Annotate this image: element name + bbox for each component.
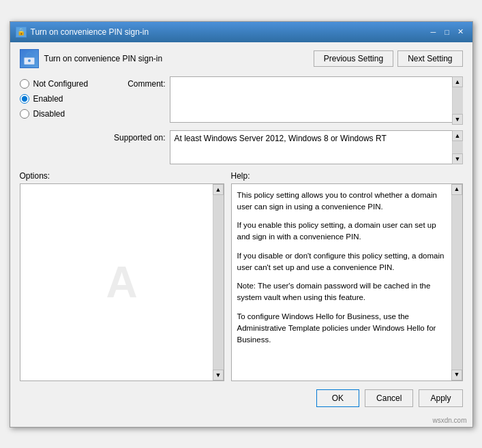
supported-scroll-up[interactable]: ▲ <box>452 130 463 141</box>
radio-enabled-input[interactable] <box>20 94 29 104</box>
supported-on-box: At least Windows Server 2012, Windows 8 … <box>170 130 463 164</box>
radio-disabled-input[interactable] <box>20 109 29 119</box>
next-setting-button[interactable]: Next Setting <box>397 50 462 67</box>
apply-button[interactable]: Apply <box>419 389 462 407</box>
radio-disabled[interactable]: Disabled <box>20 109 95 119</box>
right-fields: Comment: ▲ ▼ Supported on: At <box>104 76 463 164</box>
options-help-row: A ▲ ▼ This policy setting allows you to … <box>20 183 463 381</box>
help-para-5: To configure Windows Hello for Business,… <box>237 311 449 346</box>
title-bar-controls: ─ □ ✕ <box>427 26 467 38</box>
comment-textarea[interactable] <box>170 76 463 123</box>
dialog-window: 🔒 Turn on convenience PIN sign-in ─ □ ✕ … <box>10 21 473 428</box>
options-help-label-row: Options: Help: <box>20 171 463 181</box>
options-box: A ▲ ▼ <box>20 183 224 381</box>
options-scroll-up[interactable]: ▲ <box>213 184 224 195</box>
help-label: Help: <box>231 171 463 181</box>
ok-button[interactable]: OK <box>316 389 359 407</box>
previous-setting-button[interactable]: Previous Setting <box>314 50 393 67</box>
supported-scroll-track <box>453 141 463 153</box>
supported-scroll-down[interactable]: ▼ <box>452 153 463 164</box>
help-para-1: This policy setting allows you to contro… <box>237 190 449 213</box>
help-para-3: If you disable or don't configure this p… <box>237 250 449 274</box>
help-box: This policy setting allows you to contro… <box>231 183 463 381</box>
header-row: Turn on convenience PIN sign-in Previous… <box>20 49 463 68</box>
policy-title-icon: 🔒 <box>16 27 27 38</box>
radio-not-configured-input[interactable] <box>20 79 29 89</box>
comment-scroll-up[interactable]: ▲ <box>452 76 463 87</box>
radio-not-configured[interactable]: Not Configured <box>20 79 95 89</box>
dialog-body: Turn on convenience PIN sign-in Previous… <box>10 42 472 417</box>
wsxdn-watermark: wsxdn.com <box>10 417 472 427</box>
supported-on-box-wrapper: At least Windows Server 2012, Windows 8 … <box>170 130 463 164</box>
settings-section: Not Configured Enabled Disabled Comment: <box>20 76 463 164</box>
comment-scroll-track <box>453 87 463 114</box>
options-scrollbar: ▲ ▼ <box>213 184 224 380</box>
radio-group: Not Configured Enabled Disabled <box>20 76 95 164</box>
comment-textarea-wrapper: ▲ ▼ <box>170 76 463 125</box>
policy-header-title: Turn on convenience PIN sign-in <box>44 54 163 63</box>
cancel-button[interactable]: Cancel <box>365 389 413 407</box>
comment-scrollbar: ▲ ▼ <box>452 76 463 125</box>
help-scroll-track <box>452 195 462 370</box>
header-buttons: Previous Setting Next Setting <box>314 50 463 67</box>
supported-on-value: At least Windows Server 2012, Windows 8 … <box>175 134 387 143</box>
supported-on-scrollbar: ▲ ▼ <box>452 130 463 164</box>
help-para-2: If you enable this policy setting, a dom… <box>237 220 449 243</box>
radio-enabled[interactable]: Enabled <box>20 94 95 104</box>
policy-header-icon <box>20 49 39 68</box>
options-label: Options: <box>20 171 231 181</box>
radio-not-configured-label: Not Configured <box>33 79 89 89</box>
help-scrollbar: ▲ ▼ <box>451 184 462 380</box>
maximize-button[interactable]: □ <box>441 26 453 38</box>
comment-row: Comment: ▲ ▼ <box>104 76 463 125</box>
comment-label: Comment: <box>104 76 166 89</box>
supported-on-label: Supported on: <box>104 130 166 143</box>
options-scroll-down[interactable]: ▼ <box>213 370 224 380</box>
title-bar-title: Turn on convenience PIN sign-in <box>31 27 149 37</box>
options-watermark: A <box>106 257 137 308</box>
title-bar: 🔒 Turn on convenience PIN sign-in ─ □ ✕ <box>10 22 472 42</box>
comment-scroll-down[interactable]: ▼ <box>452 114 463 125</box>
close-button[interactable]: ✕ <box>455 26 467 38</box>
help-para-4: Note: The user's domain password will be… <box>237 280 449 304</box>
radio-enabled-label: Enabled <box>33 94 63 104</box>
supported-on-row: Supported on: At least Windows Server 20… <box>104 130 463 164</box>
radio-disabled-label: Disabled <box>33 109 65 119</box>
help-scroll-down[interactable]: ▼ <box>451 370 462 380</box>
title-bar-left: 🔒 Turn on convenience PIN sign-in <box>16 27 149 38</box>
bottom-buttons: OK Cancel Apply <box>20 389 463 407</box>
options-scroll-track <box>213 195 224 370</box>
minimize-button[interactable]: ─ <box>427 26 440 38</box>
header-icon-title: Turn on convenience PIN sign-in <box>20 49 163 68</box>
svg-point-1 <box>28 59 31 62</box>
help-scroll-up[interactable]: ▲ <box>451 184 462 195</box>
